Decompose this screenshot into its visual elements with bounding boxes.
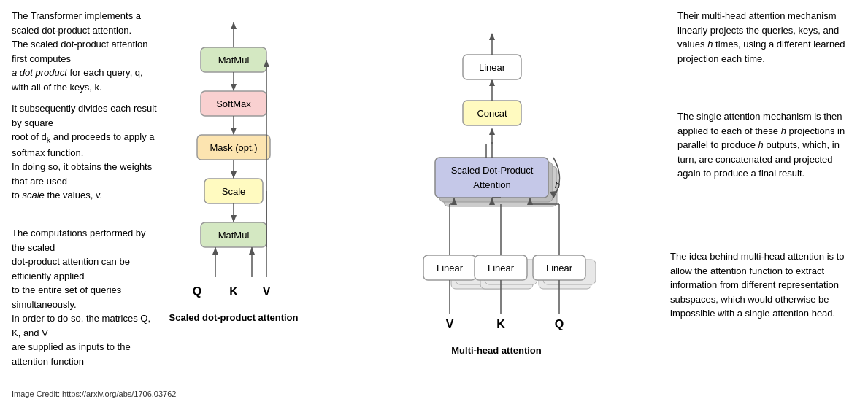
svg-marker-36 xyxy=(489,33,495,40)
q-label-sdp: Q xyxy=(193,285,201,298)
linear2-label: Linear xyxy=(488,263,515,273)
diagrams-svg: MatMul SoftMax Mask (opt.) Scale MatMul xyxy=(139,7,679,386)
image-credit-label: Image Credit: xyxy=(12,389,60,398)
left-para2: It subsequently divides each result by s… xyxy=(12,101,159,203)
svg-marker-1 xyxy=(231,22,237,29)
svg-marker-18 xyxy=(249,247,255,255)
right-para2: The single attention mechanism is then a… xyxy=(677,109,856,181)
linear-top-label: Linear xyxy=(479,62,506,73)
image-credit: Image Credit: https://arxiv.org/abs/1706… xyxy=(12,389,176,398)
right-text-column: Their multi-head attention mechanism lin… xyxy=(670,9,856,190)
k-label-sdp: K xyxy=(229,285,238,298)
left-para1: The Transformer implements a scaled dot-… xyxy=(12,9,159,94)
softmax-label: SoftMax xyxy=(216,98,251,109)
svg-marker-4 xyxy=(231,84,237,91)
sdpa-label2: Attention xyxy=(473,179,510,190)
q-label-mha: Q xyxy=(555,318,564,330)
v-label-sdp: V xyxy=(263,285,271,298)
mha-caption: Multi-head attention xyxy=(451,345,542,356)
svg-marker-13 xyxy=(231,215,237,222)
svg-marker-7 xyxy=(231,128,237,135)
main-container: The Transformer implements a scaled dot-… xyxy=(0,0,868,404)
right-para1: Their multi-head attention mechanism lin… xyxy=(677,9,856,66)
scale-label: Scale xyxy=(222,186,246,197)
svg-rect-25 xyxy=(435,158,548,198)
concat-label: Concat xyxy=(477,108,507,119)
mask-label: Mask (opt.) xyxy=(210,142,257,153)
right-para3: The idea behind multi-head attention is … xyxy=(670,249,856,321)
linear3-label: Linear xyxy=(546,263,573,273)
matmul-bot-label: MatMul xyxy=(218,230,250,241)
linear1-label: Linear xyxy=(437,263,464,273)
sdp-caption: Scaled dot-product attention xyxy=(169,312,299,323)
left-para3: The computations performed by the scaled… xyxy=(12,226,158,368)
svg-marker-10 xyxy=(231,171,237,179)
v-label-mha: V xyxy=(446,318,454,330)
image-credit-url: https://arxiv.org/abs/1706.03762 xyxy=(62,389,176,398)
svg-marker-30 xyxy=(489,128,495,135)
sdpa-label: Scaled Dot-Product xyxy=(451,165,534,176)
svg-marker-16 xyxy=(212,247,218,255)
k-label-mha: K xyxy=(496,318,505,330)
matmul-top-label: MatMul xyxy=(218,55,250,66)
